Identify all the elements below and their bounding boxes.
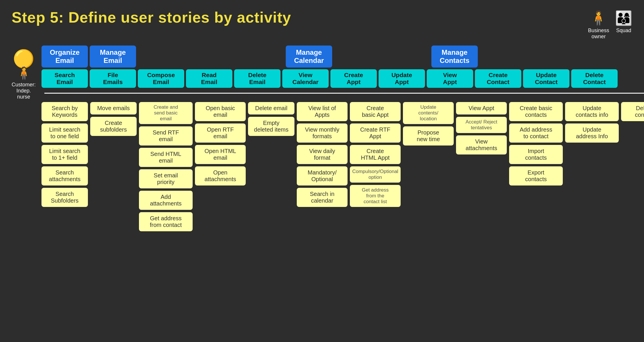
story-delete-email[interactable]: Delete email [248, 102, 294, 114]
story-compulsory-optional[interactable]: Compulsory/Optionaloption [350, 166, 401, 183]
epic-organize-email[interactable]: OrganizeEmail [41, 46, 88, 68]
persona-squad-label: Squad [616, 28, 631, 34]
story-view-attachments[interactable]: Viewattachments [456, 135, 507, 154]
story-move-emails[interactable]: Move emails [90, 102, 137, 114]
timeline-line [44, 93, 644, 94]
customer-label: Customer:Indep.nurse [12, 82, 36, 100]
story-open-rtf-email[interactable]: Open RTFemail [195, 123, 246, 143]
delete-email-stories: Delete email Emptydeleted items [248, 102, 294, 231]
view-appt-stories: View Appt Accept/ Rejecttentatives Viewa… [456, 102, 507, 231]
timeline-row: Time [41, 90, 644, 96]
activity-update-appt[interactable]: UpdateAppt [379, 69, 425, 88]
update-contact-stories: Updatecontacts info Updateaddress Info [565, 102, 619, 231]
story-search-subfolders[interactable]: SearchSubfolders [41, 188, 88, 207]
squad-icon: 👨‍👩‍👦 [615, 10, 632, 26]
persona-business-owner-label: Businessowner [588, 28, 609, 40]
story-open-html-email[interactable]: Open HTMLemail [195, 145, 246, 164]
activity-area: 🟡 🧍 Customer:Indep.nurse OrganizeEmail M… [12, 46, 632, 231]
story-limit-one-field[interactable]: Limit searchto one field [41, 123, 88, 143]
compose-email-stories: Create andsend basicemail Send RTFemail … [139, 102, 193, 231]
story-import-contacts[interactable]: Importcontacts [509, 145, 563, 164]
stories-section: Search byKeywords Limit searchto one fie… [41, 102, 644, 231]
activity-read-email[interactable]: ReadEmail [186, 69, 232, 88]
persona-squad: 👨‍👩‍👦 Squad [615, 10, 632, 34]
page-title: Step 5: Define user stories by activity [12, 9, 588, 26]
create-appt-stories: Createbasic Appt Create RTFAppt CreateHT… [350, 102, 401, 231]
story-add-attachments[interactable]: Addattachments [139, 191, 193, 210]
story-get-address-contact[interactable]: Get addressfrom contact [139, 212, 193, 231]
persona-business-owner: 🧍 Businessowner [588, 10, 609, 40]
activity-view-appt[interactable]: ViewAppt [427, 69, 473, 88]
story-search-calendar[interactable]: Search incalendar [297, 188, 348, 207]
delete-contact-stories: Deletecontact [621, 102, 644, 231]
story-propose-new-time[interactable]: Proposenew time [403, 126, 454, 145]
activity-delete-contact[interactable]: DeleteContact [571, 69, 618, 88]
story-view-daily[interactable]: View dailyformat [297, 145, 348, 164]
story-create-html-appt[interactable]: CreateHTML Appt [350, 145, 401, 164]
story-create-rtf-appt[interactable]: Create RTFAppt [350, 123, 401, 143]
story-create-basic-appt[interactable]: Createbasic Appt [350, 102, 401, 121]
epic-manage-calendar[interactable]: ManageCalendar [286, 46, 332, 68]
read-email-stories: Open basicemail Open RTFemail Open HTMLe… [195, 102, 246, 231]
story-set-priority[interactable]: Set emailpriority [139, 169, 193, 188]
epic-manage-email[interactable]: ManageEmail [90, 46, 136, 68]
activity-compose-email[interactable]: ComposeEmail [138, 69, 184, 88]
story-create-subfolders[interactable]: Createsubfolders [90, 117, 137, 136]
story-mandatory-optional[interactable]: Mandatory/Optional [297, 166, 348, 185]
view-calendar-stories: View list ofAppts View monthlyformats Vi… [297, 102, 348, 231]
story-search-keywords[interactable]: Search byKeywords [41, 102, 88, 121]
file-emails-stories: Move emails Createsubfolders [90, 102, 137, 231]
story-update-address-info[interactable]: Updateaddress Info [565, 123, 619, 143]
activity-row: SearchEmail FileEmails ComposeEmail Read… [41, 69, 644, 88]
epic-manage-contacts[interactable]: ManageContacts [431, 46, 478, 68]
story-view-appt[interactable]: View Appt [456, 102, 507, 114]
story-limit-1plus-field[interactable]: Limit searchto 1+ field [41, 145, 88, 164]
story-create-basic-contacts[interactable]: Create basiccontacts [509, 102, 563, 121]
page: Step 5: Define user stories by activity … [0, 0, 644, 342]
activity-file-emails[interactable]: FileEmails [90, 69, 136, 88]
story-create-send-basic[interactable]: Create andsend basicemail [139, 102, 193, 124]
story-send-rtf[interactable]: Send RTFemail [139, 126, 193, 145]
story-open-attachments[interactable]: Openattachments [195, 166, 246, 185]
customer-figure: 🟡 🧍 Customer:Indep.nurse [12, 48, 36, 100]
story-get-address-contact-list[interactable]: Get addressfrom thecontact list [350, 185, 401, 207]
story-empty-deleted[interactable]: Emptydeleted items [248, 117, 294, 136]
business-owner-icon: 🧍 [590, 10, 607, 26]
activity-view-calendar[interactable]: ViewCalendar [282, 69, 329, 88]
story-export-contacts[interactable]: Exportcontacts [509, 166, 563, 185]
story-view-monthly[interactable]: View monthlyformats [297, 123, 348, 143]
update-appt-stories: Updatecontents/location Proposenew time [403, 102, 454, 231]
header-row: Step 5: Define user stories by activity … [12, 9, 632, 40]
activities-grid: OrganizeEmail ManageEmail ManageCalendar… [41, 46, 644, 231]
story-send-html[interactable]: Send HTMLemail [139, 148, 193, 167]
activity-create-contact[interactable]: CreateContact [475, 69, 521, 88]
story-view-list-appts[interactable]: View list ofAppts [297, 102, 348, 121]
create-contact-stories: Create basiccontacts Add addressto conta… [509, 102, 563, 231]
search-email-stories: Search byKeywords Limit searchto one fie… [41, 102, 88, 231]
story-open-basic-email[interactable]: Open basicemail [195, 102, 246, 121]
story-update-contacts-info[interactable]: Updatecontacts info [565, 102, 619, 121]
activity-delete-email[interactable]: DeleteEmail [234, 69, 281, 88]
activity-create-appt[interactable]: CreateAppt [330, 69, 377, 88]
story-update-contents-location[interactable]: Updatecontents/location [403, 102, 454, 124]
personas: 🧍 Businessowner 👨‍👩‍👦 Squad [588, 10, 632, 40]
story-accept-reject[interactable]: Accept/ Rejecttentatives [456, 117, 507, 133]
activity-search-email[interactable]: SearchEmail [41, 69, 88, 88]
story-add-address-contact[interactable]: Add addressto contact [509, 123, 563, 143]
epic-row: OrganizeEmail ManageEmail ManageCalendar… [41, 46, 644, 68]
activity-update-contact[interactable]: UpdateContact [523, 69, 569, 88]
story-search-attachments[interactable]: Searchattachments [41, 166, 88, 185]
story-delete-contact[interactable]: Deletecontact [621, 102, 644, 121]
